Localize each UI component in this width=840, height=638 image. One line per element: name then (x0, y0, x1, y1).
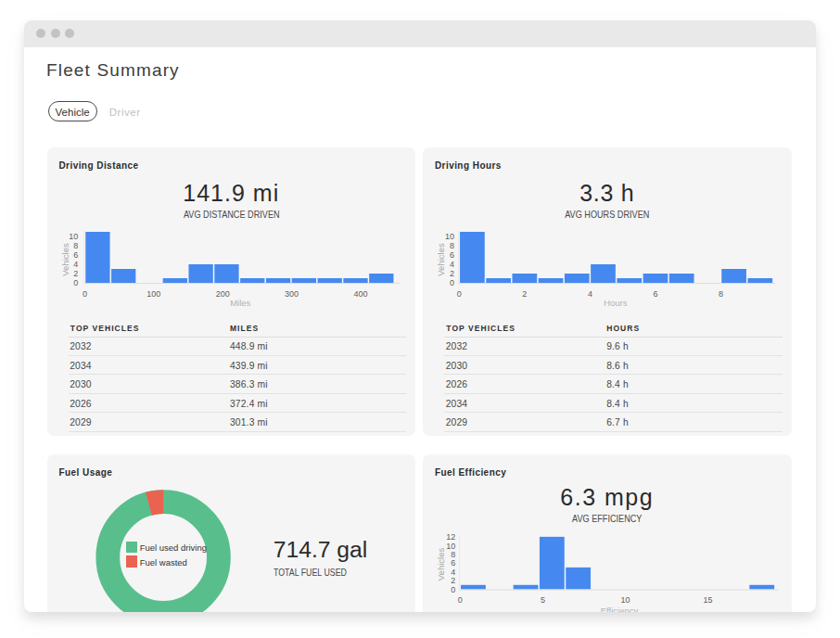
svg-text:Vehicles: Vehicles (436, 548, 446, 581)
svg-text:5: 5 (541, 595, 545, 605)
svg-text:10: 10 (446, 542, 455, 551)
svg-text:12: 12 (446, 532, 455, 542)
svg-text:15: 15 (704, 595, 713, 605)
svg-text:100: 100 (146, 289, 160, 299)
svg-text:Miles: Miles (230, 298, 250, 308)
svg-text:0: 0 (450, 278, 454, 287)
svg-text:Vehicles: Vehicles (59, 243, 70, 276)
svg-text:6: 6 (450, 250, 454, 260)
svg-text:0: 0 (451, 585, 455, 594)
svg-text:300: 300 (285, 289, 299, 299)
svg-text:2: 2 (451, 576, 455, 585)
svg-text:Hours: Hours (604, 298, 628, 308)
svg-text:0: 0 (73, 278, 78, 287)
svg-text:2: 2 (73, 269, 78, 278)
svg-text:8: 8 (719, 289, 723, 299)
svg-text:8: 8 (450, 241, 454, 250)
svg-text:200: 200 (215, 289, 229, 299)
svg-text:4: 4 (588, 289, 592, 299)
svg-text:4: 4 (451, 568, 455, 577)
svg-text:6: 6 (653, 289, 657, 299)
svg-text:0: 0 (82, 289, 86, 299)
svg-text:8: 8 (451, 550, 455, 559)
svg-text:Efficiency: Efficiency (601, 606, 639, 613)
svg-text:2: 2 (522, 289, 527, 299)
svg-text:400: 400 (353, 289, 367, 299)
svg-text:0: 0 (458, 595, 463, 605)
svg-text:Vehicles: Vehicles (436, 243, 446, 276)
svg-text:8: 8 (73, 241, 78, 250)
svg-text:6: 6 (451, 558, 455, 568)
svg-text:10: 10 (620, 595, 630, 605)
svg-text:4: 4 (450, 260, 454, 269)
svg-text:2: 2 (450, 269, 454, 278)
svg-text:10: 10 (69, 232, 78, 241)
svg-text:0: 0 (457, 289, 462, 299)
svg-text:6: 6 (73, 250, 78, 260)
svg-text:4: 4 (73, 260, 78, 269)
svg-text:10: 10 (445, 232, 454, 241)
